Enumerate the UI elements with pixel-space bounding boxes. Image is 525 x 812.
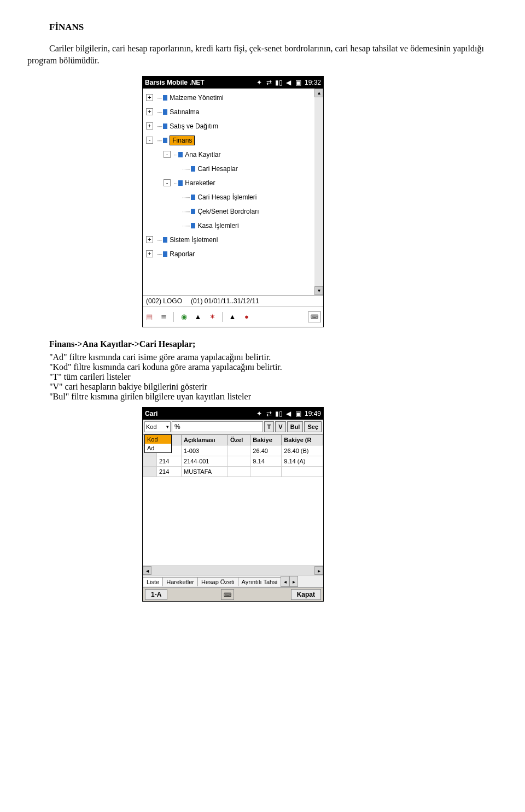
- signal-icon: ▮▯: [275, 410, 283, 417]
- line-kod: "Kod" filtre kısmında cari koduna göre a…: [49, 362, 498, 372]
- status-company: (002) LOGO: [146, 297, 182, 305]
- titlebar-2: Cari ✦ ⇄ ▮▯ ◀ ▣ 19:49: [143, 408, 323, 420]
- grid-row[interactable]: 214 MUSTAFA: [143, 467, 323, 477]
- tab-bar: Liste Hareketler Hesap Özeti Ayrıntılı T…: [143, 575, 323, 587]
- line-bul: "Bul" filtre kısmına girilen bilgilere u…: [49, 392, 498, 402]
- col-header[interactable]: Özel: [228, 435, 250, 445]
- tree-item-selected[interactable]: -····· Finans: [144, 133, 313, 148]
- folder-icon: [191, 209, 195, 214]
- grid-row[interactable]: 214 2144-001 9.14 9.14 (A): [143, 456, 323, 467]
- filter-row: Kod ▾ % T V Bul Seç: [143, 420, 323, 434]
- filter-field-combo[interactable]: Kod ▾: [144, 421, 171, 432]
- doc-para-1: Cariler bilgilerin, cari hesap raporları…: [27, 43, 498, 67]
- scroll-left-icon[interactable]: ◂: [143, 566, 151, 575]
- folder-icon: [178, 180, 183, 186]
- tree-item[interactable]: +····· Satış ve Dağıtım: [144, 119, 313, 133]
- scroll-down-button[interactable]: ▾: [314, 286, 323, 295]
- window-title: Cari: [145, 410, 253, 417]
- tab-ayrintili[interactable]: Ayrıntılı Tahsi: [238, 577, 282, 586]
- tree-item[interactable]: ······· Cari Hesap İşlemleri: [144, 190, 313, 204]
- sec-button[interactable]: Seç: [304, 421, 322, 432]
- sync-icon: ⇄: [265, 79, 273, 86]
- tree-item[interactable]: -··· Hareketler: [144, 176, 313, 190]
- folder-icon: [163, 138, 167, 143]
- collapse-icon[interactable]: -: [146, 137, 153, 144]
- up2-icon[interactable]: ▲: [228, 313, 237, 321]
- folder-icon: [191, 166, 195, 172]
- screenshot-2: Cari ✦ ⇄ ▮▯ ◀ ▣ 19:49 Kod ▾ % T V Bul Se…: [142, 407, 498, 602]
- dropdown-option[interactable]: Kod: [145, 435, 171, 444]
- volume-icon: ◀: [285, 410, 293, 417]
- connect-icon: ✦: [255, 79, 263, 86]
- line-v: "V" cari hesapların bakiye bilgilerini g…: [49, 382, 498, 392]
- line-ad: "Ad" filtre kısmında cari isime göre ara…: [49, 352, 498, 362]
- battery-icon: ▣: [295, 410, 302, 417]
- tree-item[interactable]: ······· Çek/Senet Bordroları: [144, 204, 313, 219]
- status-period: (01) 01/01/11..31/12/11: [191, 297, 259, 305]
- tab-scroll-right-icon[interactable]: ▸: [289, 576, 298, 587]
- list-icon[interactable]: ≣: [159, 313, 168, 321]
- expand-icon[interactable]: +: [146, 94, 153, 101]
- folder-icon: [163, 123, 167, 129]
- folder-icon: [163, 109, 167, 115]
- tab-scroll-left-icon[interactable]: ◂: [281, 576, 289, 587]
- up-icon[interactable]: ▲: [194, 313, 202, 321]
- horizontal-scrollbar[interactable]: ◂ ▸: [143, 566, 323, 575]
- expand-icon[interactable]: +: [146, 236, 153, 243]
- keyboard-icon[interactable]: ⌨: [221, 589, 234, 600]
- signal-icon: ▮▯: [275, 79, 283, 86]
- col-header[interactable]: Bakiye: [250, 435, 282, 445]
- chevron-down-icon: ▾: [166, 424, 169, 429]
- filter-input[interactable]: %: [172, 421, 263, 432]
- bul-button[interactable]: Bul: [287, 421, 304, 432]
- divider: [173, 312, 174, 322]
- expand-icon[interactable]: +: [146, 122, 153, 130]
- titlebar: Barsis Mobile .NET ✦ ⇄ ▮▯ ◀ ▣ 19:32: [143, 77, 323, 89]
- doc-heading: FİNANS: [49, 22, 498, 33]
- pin-icon[interactable]: ✶: [208, 313, 217, 321]
- tree-item[interactable]: +····· Satınalma: [144, 105, 313, 119]
- scroll-right-icon[interactable]: ▸: [314, 566, 323, 575]
- battery-icon: ▣: [295, 79, 302, 86]
- softkey-bar: 1-A ⌨ Kapat: [143, 587, 323, 601]
- tab-hesap-ozeti[interactable]: Hesap Özeti: [197, 577, 238, 586]
- col-header[interactable]: Açıklaması: [182, 435, 228, 445]
- collapse-icon[interactable]: -: [164, 151, 171, 158]
- scroll-up-button[interactable]: ▴: [314, 89, 323, 97]
- refresh-icon[interactable]: ◉: [179, 313, 188, 321]
- bottom-toolbar: ▤ ≣ ◉ ▲ ✶ ▲ ● ⌨: [143, 307, 323, 327]
- col-header[interactable]: Bakiye (R: [282, 435, 323, 445]
- volume-icon: ◀: [285, 79, 293, 86]
- section-path: Finans->Ana Kayıtlar->Cari Hesaplar;: [49, 339, 195, 349]
- divider: [222, 312, 223, 322]
- data-grid[interactable]: Açıklaması Özel Bakiye Bakiye (R ▸ 1- 1-…: [143, 434, 323, 566]
- status-bar: (002) LOGO (01) 01/01/11..31/12/11: [143, 295, 323, 307]
- dropdown-option[interactable]: Ad: [145, 444, 171, 452]
- tree-item[interactable]: +····· Sistem İşletmeni: [144, 233, 313, 247]
- folder-icon: [163, 95, 167, 101]
- tree-item[interactable]: ······· Cari Hesaplar: [144, 162, 313, 176]
- sync-icon: ⇄: [265, 410, 273, 417]
- keyboard-icon[interactable]: ⌨: [308, 311, 321, 322]
- user-icon[interactable]: ▤: [145, 313, 154, 321]
- collapse-icon[interactable]: -: [164, 179, 171, 186]
- tab-hareketler[interactable]: Hareketler: [162, 577, 198, 586]
- t-button[interactable]: T: [264, 421, 275, 432]
- expand-icon[interactable]: +: [146, 250, 153, 257]
- screenshot-1: Barsis Mobile .NET ✦ ⇄ ▮▯ ◀ ▣ 19:32 ▴ +·…: [142, 76, 498, 327]
- expand-icon[interactable]: +: [146, 108, 153, 115]
- folder-icon: [163, 251, 167, 257]
- softkey-left[interactable]: 1-A: [145, 589, 167, 600]
- tree-item[interactable]: ······· Kasa İşlemleri: [144, 219, 313, 233]
- tree-item[interactable]: +····· Raporlar: [144, 247, 313, 261]
- tree-view[interactable]: ▴ +····· Malzeme Yönetimi +····· Satınal…: [143, 89, 323, 295]
- tree-item[interactable]: -··· Ana Kayıtlar: [144, 148, 313, 162]
- tab-liste[interactable]: Liste: [143, 577, 163, 586]
- clock: 19:32: [305, 79, 321, 86]
- folder-icon: [178, 152, 183, 157]
- clock: 19:49: [305, 410, 321, 417]
- v-button[interactable]: V: [275, 421, 285, 432]
- tree-item[interactable]: +····· Malzeme Yönetimi: [144, 91, 313, 105]
- stop-icon[interactable]: ●: [242, 313, 251, 321]
- softkey-right[interactable]: Kapat: [291, 589, 321, 600]
